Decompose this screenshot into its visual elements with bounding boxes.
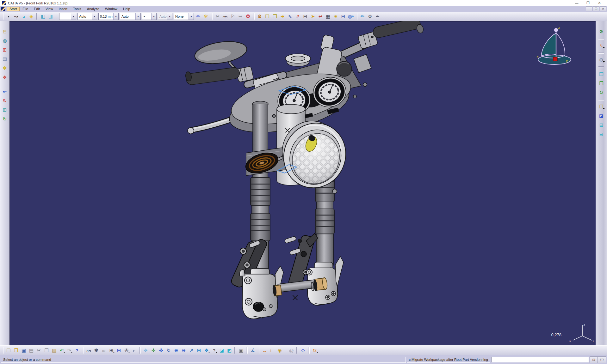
toolbar-separator[interactable] (285, 347, 286, 354)
mdi-restore-button[interactable]: ❐ (593, 6, 599, 11)
toolbar-handle[interactable] (598, 66, 604, 68)
info-button[interactable]: ⓘ (598, 356, 606, 363)
cut-icon[interactable]: ✂ (35, 347, 43, 354)
constraints-icon[interactable]: }= (130, 347, 138, 354)
menu-file[interactable]: File (20, 7, 31, 11)
rotate-icon[interactable]: ↻ (165, 347, 172, 354)
menu-help[interactable]: Help (120, 7, 133, 11)
maximize-button[interactable]: ❐ (582, 0, 594, 6)
mdi-minimize-button[interactable]: – (586, 6, 592, 11)
menu-analyze[interactable]: Analyze (84, 7, 102, 11)
front-fork-model[interactable] (9, 21, 596, 345)
measure-item-icon[interactable]: ∟ (268, 347, 276, 354)
chevron-down-icon[interactable]: ▾ (92, 13, 97, 20)
doc-normal-icon[interactable]: ⇖ (286, 13, 294, 20)
catalog-doc-icon[interactable]: ❏ (263, 13, 271, 20)
toolbar-handle[interactable] (598, 52, 604, 54)
tree-pen-icon[interactable]: ✒ (374, 13, 381, 20)
menu-window[interactable]: Window (102, 7, 120, 11)
surface-icon[interactable]: ◕ (20, 13, 28, 20)
wireframe-cube-icon[interactable]: ◨ (47, 13, 54, 20)
menu-view[interactable]: View (43, 7, 56, 11)
3d-viewport[interactable]: x y z 0,278 z x y (9, 21, 596, 345)
capture-image-icon[interactable]: ❐ (598, 70, 605, 78)
wizard-icon[interactable]: ✻ (202, 13, 210, 20)
prism-icon[interactable]: ◇ (299, 347, 307, 354)
toolbar-handle[interactable] (2, 24, 8, 25)
cut-dimension-icon[interactable]: ✂ (214, 13, 221, 20)
toolbar-handle[interactable] (56, 13, 57, 20)
open-document-icon[interactable]: ❒ (12, 347, 20, 354)
save-icon[interactable]: ▣ (20, 347, 28, 354)
toolbar-handle[interactable] (2, 13, 3, 20)
axis-tree-icon[interactable]: ⊞ (1, 106, 9, 114)
export-image-icon[interactable]: ❐ (598, 80, 605, 87)
new-document-icon[interactable]: ❑ (5, 347, 12, 354)
hyperlink-icon[interactable]: ➥ (237, 13, 244, 20)
open-catalog-icon[interactable]: ❒ (598, 103, 605, 111)
reorder-tree-icon[interactable]: ⇤ (1, 88, 9, 95)
pan-icon[interactable]: ✜ (157, 347, 165, 354)
door-part-icon[interactable]: ◪ (598, 112, 605, 120)
knowledge-comment-icon[interactable]: ✽ (92, 347, 100, 354)
chevron-down-icon[interactable]: ▾ (167, 13, 172, 20)
insert-component-icon[interactable]: ⊞ (1, 46, 9, 54)
toolbar-separator[interactable] (356, 13, 357, 20)
fit-all-in-icon[interactable]: ✛ (150, 347, 157, 354)
multi-view-icon[interactable]: ⊞ (195, 347, 203, 354)
blue-tree-doc-icon[interactable]: ⊟ (339, 13, 347, 20)
folder-tree-icon[interactable]: ⊞ (332, 13, 339, 20)
power-input[interactable] (491, 357, 589, 362)
formula-icon[interactable]: ƒ(x) (85, 347, 92, 354)
line-thickness-select[interactable]: 0,13 mm ▾ (98, 13, 119, 20)
compass-knob[interactable] (554, 28, 558, 32)
replace-loop-icon[interactable]: ↻ (1, 97, 9, 105)
close-button[interactable]: ✕ (594, 0, 605, 6)
camera-icon[interactable]: ▣ (237, 347, 245, 354)
chevron-down-icon[interactable]: ▾ (135, 13, 140, 20)
update-document-icon[interactable]: ↻ (1, 115, 9, 123)
toolbar-separator[interactable] (36, 13, 38, 20)
copy-icon[interactable]: ❐ (43, 347, 50, 354)
shaded-cube-icon[interactable]: ◧ (39, 13, 47, 20)
whats-this-icon[interactable]: ? (73, 347, 81, 354)
dialog-toggle-button[interactable]: ⊡ (590, 356, 598, 363)
menu-edit[interactable]: Edit (31, 7, 43, 11)
iso-view-icon[interactable]: ❖ (203, 347, 210, 354)
line-color-select[interactable]: Auto ▾ (120, 13, 141, 20)
point-color-select[interactable]: Auto ▾ (158, 13, 172, 20)
toolbar-separator[interactable] (139, 347, 141, 354)
toolbar-separator[interactable] (211, 13, 213, 20)
toolbar-separator[interactable] (246, 347, 248, 354)
structure-tree-alt-icon[interactable]: ⊟ (598, 130, 605, 138)
painter-icon[interactable]: ✏ (195, 13, 202, 20)
structure-tree-icon[interactable]: ⊟ (598, 121, 605, 129)
toolbar-separator[interactable] (296, 347, 298, 354)
product-tree-icon[interactable]: ⊟ (115, 347, 123, 354)
gears-table-icon[interactable]: ⚙ (366, 13, 374, 20)
print-icon[interactable]: ▤ (28, 347, 35, 354)
undo-icon[interactable]: ↶ (58, 347, 65, 354)
paste-icon[interactable]: ▨ (50, 347, 58, 354)
part-pencil-icon[interactable]: ✏ (359, 13, 366, 20)
ignition-cap[interactable] (285, 54, 311, 66)
toolbar-separator[interactable] (2, 84, 8, 85)
inertia-icon[interactable]: ◉ (276, 347, 283, 354)
link-icon[interactable]: ∞ (100, 347, 108, 354)
arrow-doc-icon[interactable]: ➤ (309, 13, 317, 20)
toolbar-handle[interactable] (598, 99, 604, 100)
toolbar-handle[interactable] (2, 347, 3, 354)
minimize-button[interactable]: — (571, 0, 582, 6)
toolbar-separator[interactable] (258, 347, 259, 354)
doc-tree-icon[interactable]: ⊟ (301, 13, 309, 20)
plane-icon[interactable]: ◈ (28, 13, 35, 20)
point-symbol-select[interactable]: • ▾ (142, 13, 157, 20)
database-tree-icon[interactable]: ▤ (1, 55, 9, 63)
design-table-45-icon[interactable]: ▦ (324, 13, 332, 20)
chevron-down-icon[interactable]: ▾ (71, 13, 76, 20)
toolbar-separator[interactable] (82, 347, 84, 354)
menu-insert[interactable]: Insert (56, 7, 71, 11)
compass-base-handle[interactable] (553, 57, 557, 61)
measure-between-icon[interactable]: ↔ (261, 347, 268, 354)
zoom-in-icon[interactable]: ⊕ (172, 347, 180, 354)
